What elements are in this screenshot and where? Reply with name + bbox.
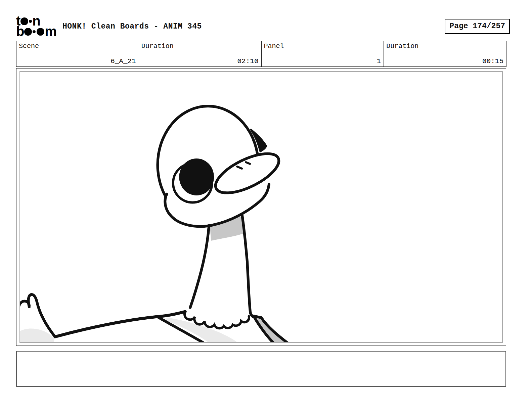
info-cell-panel-duration: Duration 00:15 <box>384 41 506 66</box>
goose-neck-left-line <box>190 226 209 308</box>
info-cell-panel: Panel 1 <box>261 41 384 66</box>
toonboom-logo: t n b m <box>16 15 60 37</box>
info-cell-scene: Scene 6_A_21 <box>16 41 139 66</box>
storyboard-page: { "header": { "logo": { "r1a": "t", "r1b… <box>0 0 532 411</box>
goose-drawing <box>20 72 502 342</box>
goose-body-highlight <box>160 318 237 342</box>
info-value: 00:15 <box>482 57 503 65</box>
goose-pupil <box>179 158 214 195</box>
logo-dot-large-icon <box>37 28 44 36</box>
logo-letter-m: m <box>45 27 56 36</box>
storyboard-panel-frame <box>16 68 506 346</box>
info-value: 1 <box>377 57 381 65</box>
logo-dot-large-icon <box>24 28 32 36</box>
document-title: HONK! Clean Boards - ANIM 345 <box>62 22 202 31</box>
logo-letter-b: b <box>16 27 24 36</box>
info-label: Duration <box>386 42 418 50</box>
info-cell-scene-duration: Duration 02:10 <box>139 41 261 66</box>
page-number-badge: Page 174/257 <box>445 19 510 34</box>
goose-strap <box>254 316 289 342</box>
goose-body-outline <box>55 312 185 337</box>
info-label: Scene <box>19 42 39 50</box>
logo-letter-n: n <box>32 16 40 26</box>
panel-info-table: Scene 6_A_21 Duration 02:10 Panel 1 Dura… <box>16 41 506 67</box>
caption-box <box>16 351 506 387</box>
logo-dot-small-icon <box>33 30 36 33</box>
logo-dot-small-icon <box>29 20 32 23</box>
goose-neck-right-line <box>242 216 253 317</box>
info-value: 6_A_21 <box>110 57 136 65</box>
info-label: Panel <box>264 42 284 50</box>
info-value: 02:10 <box>237 57 258 65</box>
info-label: Duration <box>141 42 174 50</box>
storyboard-panel-drawing-area <box>19 71 503 343</box>
